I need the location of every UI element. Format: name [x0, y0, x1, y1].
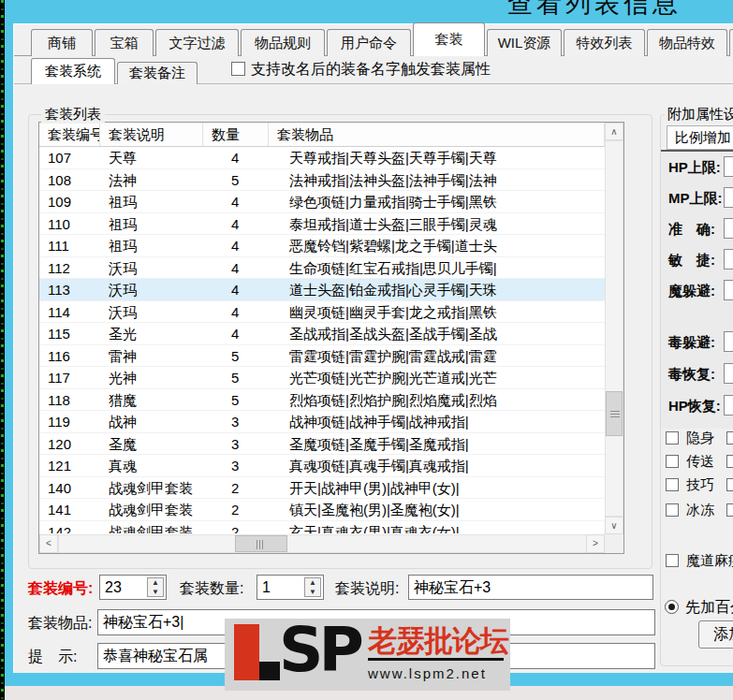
attr-field-input[interactable] [724, 363, 733, 384]
suit-row[interactable]: 116雷神5雷霆项链|雷霆护腕|雷霆战戒|雷霆 [39, 345, 605, 368]
suit-cell: 140 [39, 477, 100, 499]
suit-cell: 道士头盔|铂金戒指|心灵手镯|天珠 [269, 279, 605, 300]
suit-row[interactable]: 111祖玛4恶魔铃铛|紫碧螺|龙之手镯|道士头 [39, 235, 605, 257]
tab-0[interactable]: 商铺 [31, 29, 93, 56]
suit-desc-input[interactable]: 神秘宝石+3 [408, 575, 653, 600]
suit-cell: 107 [39, 147, 100, 168]
suit-row[interactable]: 109祖玛4绿色项链|力量戒指|骑士手镯|黑铁 [39, 191, 605, 213]
scroll-left-button[interactable]: < [39, 534, 58, 553]
suit-cell: 3 [203, 455, 269, 476]
spinner-arrows-icon[interactable]: ▲▼ [147, 577, 164, 597]
attr-field-input[interactable] [724, 395, 733, 416]
attr-field-label: MP上限: [668, 190, 723, 208]
suit-row[interactable]: 117光神5光芒项链|光芒护腕|光芒道戒|光芒 [39, 367, 605, 389]
suit-qty-label: 套装数量: [180, 579, 243, 599]
suit-qty-value: 1 [262, 579, 271, 595]
tab-4[interactable]: 用户命令 [327, 29, 411, 56]
attr-checkbox[interactable] [666, 554, 679, 567]
suit-cell: 117 [39, 367, 100, 388]
suit-row[interactable]: 142战魂剑甲套装2玄天|真魂衣(男)|真魂衣(女)| [39, 521, 605, 534]
suit-cell: 恶魔铃铛|紫碧螺|龙之手镯|道士头 [269, 235, 605, 256]
tab-5[interactable]: 套装 [413, 22, 485, 56]
tab-suit-note[interactable]: 套装备注 [117, 62, 198, 84]
attr-field-input[interactable] [724, 187, 733, 208]
suit-table[interactable]: 套装编号套装说明数量套装物品 107天尊4天尊戒指|天尊头盔|天尊手镯|天尊10… [38, 122, 624, 554]
suit-cell: 109 [39, 191, 100, 212]
percent-first-radio[interactable] [665, 600, 679, 614]
suit-row[interactable]: 115圣光4圣战戒指|圣战头盔|圣战手镯|圣战 [39, 323, 605, 345]
tab-6[interactable]: WIL资源 [487, 29, 562, 56]
rename-trigger-checkbox[interactable] [231, 62, 245, 76]
logo-l-stem [234, 624, 259, 680]
scroll-up-button[interactable]: ∧ [605, 123, 623, 140]
suit-cell: 猎魔 [100, 389, 203, 411]
column-header[interactable]: 数量 [203, 123, 269, 146]
suit-row[interactable]: 118猎魔5烈焰项链|烈焰护腕|烈焰魔戒|烈焰 [39, 389, 605, 412]
attr-field-input[interactable] [724, 218, 733, 239]
column-header[interactable]: 套装物品 [269, 123, 605, 146]
suit-items-label: 套装物品: [28, 614, 92, 634]
attr-checkbox[interactable] [666, 455, 679, 468]
vertical-scrollbar-thumb[interactable] [606, 391, 623, 436]
suit-id-spinner[interactable]: 23 ▲▼ [99, 575, 167, 600]
tip-label: 提 示: [28, 648, 77, 667]
attr-field-input[interactable] [724, 331, 733, 352]
vertical-scrollbar-track[interactable] [605, 140, 623, 517]
spinner-arrows-icon[interactable]: ▲▼ [304, 577, 321, 597]
suit-row[interactable]: 114沃玛4幽灵项链|幽灵手套|龙之戒指|黑铁 [39, 301, 605, 324]
suit-cell: 祖玛 [100, 235, 203, 256]
suit-row[interactable]: 107天尊4天尊戒指|天尊头盔|天尊手镯|天尊 [39, 147, 605, 169]
suit-row[interactable]: 141战魂剑甲套装2镇天|圣魔袍(男)|圣魔袍(女)| [39, 499, 605, 521]
attr-field-input[interactable] [724, 280, 733, 300]
suit-row[interactable]: 108法神5法神戒指|法神头盔|法神手镯|法神 [39, 169, 605, 192]
percent-first-label: 先加百分比 [685, 598, 733, 618]
tab-9[interactable]: 锻造 [729, 29, 733, 56]
horizontal-scrollbar-thumb[interactable] [235, 535, 287, 552]
forum-name: 老瑟批论坛 [368, 621, 508, 661]
add-button[interactable]: 添加 [698, 620, 733, 649]
suit-table-body[interactable]: 107天尊4天尊戒指|天尊头盔|天尊手镯|天尊108法神5法神戒指|法神头盔|法… [39, 147, 605, 533]
attr-field-input[interactable] [724, 249, 733, 270]
horizontal-scrollbar-track[interactable] [58, 534, 605, 553]
attr-group-title: 附加属性设置 [665, 106, 733, 124]
tab-2[interactable]: 文字过滤 [155, 29, 239, 56]
suit-qty-spinner[interactable]: 1 ▲▼ [257, 575, 324, 600]
suit-row[interactable]: 113沃玛4道士头盔|铂金戒指|心灵手镯|天珠 [39, 279, 605, 301]
column-header[interactable]: 套装编号 [39, 123, 100, 146]
suit-cell: 法神 [100, 169, 203, 191]
scroll-right-button[interactable]: > [586, 534, 605, 553]
suit-cell: 4 [203, 257, 269, 279]
tab-8[interactable]: 物品特效 [647, 29, 727, 56]
suit-cell: 4 [203, 279, 269, 300]
attr-checkbox[interactable] [666, 478, 679, 491]
attr-checkbox[interactable] [666, 431, 679, 445]
suit-row[interactable]: 119战神3战神项链|战神手镯|战神戒指| [39, 411, 605, 433]
attr-checkbox[interactable] [726, 503, 733, 517]
attr-checkbox-label: 魔道麻痹 [686, 552, 733, 570]
tab-percent-increase[interactable]: 比例增加 [667, 125, 733, 150]
suit-cell: 光神 [100, 367, 203, 388]
suit-row[interactable]: 121真魂3真魂项链|真魂手镯|真魂戒指| [39, 455, 605, 477]
suit-cell: 120 [39, 433, 100, 455]
attr-checkbox[interactable] [666, 503, 679, 517]
attr-checkbox[interactable] [726, 455, 733, 468]
suit-cell: 法神戒指|法神头盔|法神手镯|法神 [269, 169, 605, 191]
attr-checkbox[interactable] [726, 431, 733, 445]
tab-1[interactable]: 宝箱 [95, 29, 154, 56]
suit-cell: 2 [203, 477, 269, 499]
suit-row[interactable]: 110祖玛4泰坦戒指|道士头盔|三眼手镯|灵魂 [39, 213, 605, 236]
tab-suit-system[interactable]: 套装系统 [31, 58, 115, 84]
scroll-down-button[interactable]: ∨ [605, 517, 623, 534]
attr-checkbox[interactable] [726, 478, 733, 491]
tab-7[interactable]: 特效列表 [564, 29, 645, 56]
logo-l-foot [259, 662, 280, 680]
tab-3[interactable]: 物品规则 [241, 29, 325, 56]
attr-field-input[interactable] [724, 156, 733, 177]
suit-row[interactable]: 112沃玛4生命项链|红宝石戒指|思贝儿手镯| [39, 257, 605, 280]
column-header[interactable]: 套装说明 [100, 123, 203, 146]
suit-cell: 113 [39, 279, 100, 300]
suit-row[interactable]: 140战魂剑甲套装2开天|战神甲(男)|战神甲(女)| [39, 477, 605, 500]
attr-field-label: HP恢复: [668, 398, 721, 416]
suit-cell: 幽灵项链|幽灵手套|龙之戒指|黑铁 [269, 301, 605, 323]
suit-row[interactable]: 120圣魔3圣魔项链|圣魔手镯|圣魔戒指| [39, 433, 605, 456]
